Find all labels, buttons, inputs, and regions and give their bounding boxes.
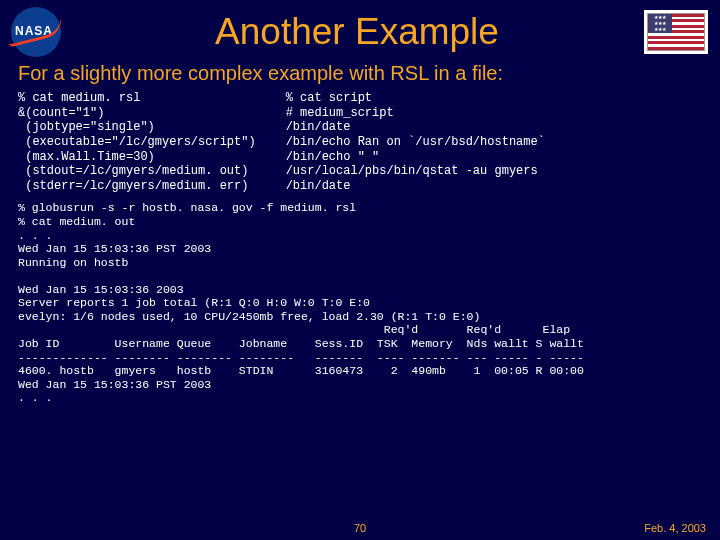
code-block-rsl: % cat medium. rsl &(count="1") (jobtype=…	[18, 91, 256, 193]
nasa-logo-icon: NASA	[8, 6, 70, 58]
output-section: % globusrun -s -r hostb. nasa. gov -f me…	[0, 193, 720, 404]
us-flag-icon	[644, 10, 708, 54]
footer-date: Feb. 4, 2003	[644, 522, 706, 534]
page-number: 70	[354, 522, 366, 534]
slide-title: Another Example	[70, 11, 644, 53]
code-block-output: % globusrun -s -r hostb. nasa. gov -f me…	[18, 201, 702, 404]
slide-subtitle: For a slightly more complex example with…	[0, 60, 720, 91]
slide-header: NASA Another Example	[0, 0, 720, 60]
slide-footer: 70 Feb. 4, 2003	[0, 522, 720, 534]
code-columns: % cat medium. rsl &(count="1") (jobtype=…	[0, 91, 720, 193]
code-block-script: % cat script # medium_script /bin/date /…	[286, 91, 545, 193]
